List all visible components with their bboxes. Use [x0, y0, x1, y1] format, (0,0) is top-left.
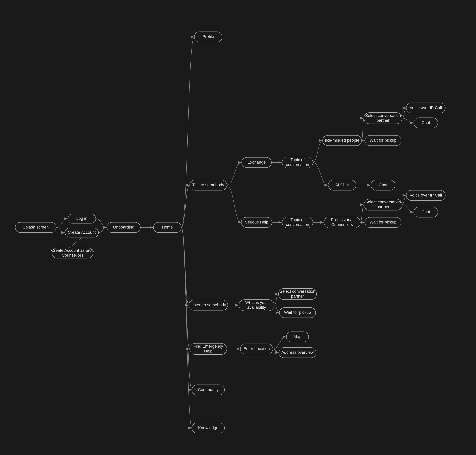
node-label-address_overview: Address overview [281, 350, 314, 355]
node-label-professional_counsellors-0: Professional [331, 217, 353, 222]
node-wait_for_pickup_3[interactable]: Wait for pickup [279, 308, 316, 318]
node-label-ai_chat_result: Chat [379, 183, 387, 187]
node-label-select_conv_partner_2-0: Select conversation [365, 200, 401, 204]
node-talk_to_somebody[interactable]: Talk to somebody [190, 180, 227, 190]
node-label-find_emergency_help-1: Help [204, 349, 212, 353]
edge-exchange_topic-ai_chat [313, 162, 328, 185]
edge-talk_to_somebody-exchange [227, 162, 242, 185]
node-label-voip_2: Voice over IP Call [410, 193, 442, 197]
node-select_conv_partner_1[interactable]: Select conversationpartner [364, 113, 402, 124]
node-label-create_account: Create Account [68, 230, 96, 235]
flow-diagram: Splash screenLog inCreate AccountCreate … [0, 0, 476, 455]
node-enter_location[interactable]: Enter Location [240, 344, 273, 354]
node-chat_2[interactable]: Chat [414, 207, 438, 217]
edge-select_conv_partner_1-voip_1 [402, 108, 406, 118]
node-label-exchange_topic-1: conversation [286, 162, 309, 167]
node-exchange_topic[interactable]: Topic ofconversation [282, 157, 313, 168]
node-label-select_conv_partner_1-1: partner [377, 118, 389, 123]
node-label-select_conv_partner_3-1: partner [291, 294, 304, 299]
node-wait_for_pickup_1[interactable]: Wait for pickup [365, 136, 401, 146]
node-serious_help[interactable]: Serious Help [241, 217, 272, 228]
node-login[interactable]: Log in [68, 214, 96, 223]
node-label-profile: Profile [202, 34, 214, 39]
node-professional_counsellors[interactable]: ProfessionalCounsellors [324, 217, 360, 228]
node-voip_2[interactable]: Voice over IP Call [406, 190, 445, 201]
edge-splash-create_account [56, 228, 65, 233]
node-label-knowledge: Knowledge [198, 425, 218, 430]
node-what_is_availability[interactable]: What is youravailability [239, 300, 274, 311]
node-ai_chat[interactable]: AI Chat [328, 180, 356, 190]
edge-splash-login [56, 219, 68, 228]
node-listen_to_somebody[interactable]: Listen to somebody [189, 300, 228, 310]
node-chat_1[interactable]: Chat [414, 118, 438, 128]
node-label-community: Community [198, 387, 218, 392]
node-label-like_minded: like-minded people [325, 138, 359, 143]
node-onboarding[interactable]: Onboarding [107, 222, 140, 233]
node-label-exchange_topic-0: Topic of [290, 157, 305, 162]
node-label-chat_2: Chat [421, 210, 430, 214]
node-label-wait_for_pickup_1: Wait for pickup [370, 138, 397, 143]
node-label-what_is_availability-1: availability [247, 305, 266, 310]
node-label-professional_counsellors-1: Counsellors [331, 222, 353, 227]
node-label-splash: Splash screen [23, 225, 48, 229]
node-find_emergency_help[interactable]: Find EmergencyHelp [190, 343, 227, 355]
node-ai_chat_result[interactable]: Chat [371, 180, 395, 190]
edge-select_conv_partner_2-voip_2 [402, 195, 406, 205]
node-label-exchange: Exchange [247, 160, 266, 164]
node-exchange[interactable]: Exchange [242, 157, 271, 168]
node-label-serious_topic-1: conversation [286, 222, 309, 227]
node-community[interactable]: Community [192, 385, 225, 395]
edge-what_is_availability-wait_for_pickup_3 [274, 305, 279, 313]
edge-create_account-onboarding [99, 228, 107, 233]
node-label-create_account_prof-0: Create Account as prof. [51, 248, 94, 253]
node-label-find_emergency_help-0: Find Emergency [193, 344, 223, 349]
node-label-serious_help: Serious Help [245, 220, 268, 224]
node-label-onboarding: Onboarding [113, 225, 135, 229]
node-wait_for_pickup_2[interactable]: Wait for pickup [365, 217, 401, 228]
node-label-serious_topic-0: Topic of [290, 217, 305, 222]
node-label-voip_1: Voice over IP Call [410, 105, 442, 110]
node-label-listen_to_somebody: Listen to somebody [190, 303, 226, 307]
edge-home-knowledge [181, 228, 192, 428]
node-label-ai_chat: AI Chat [335, 183, 349, 187]
node-label-select_conv_partner_1-0: Select conversation [365, 113, 401, 118]
node-voip_1[interactable]: Voice over IP Call [406, 103, 445, 113]
node-select_conv_partner_2[interactable]: Select conversationpartner [364, 199, 402, 210]
node-label-map: Map [294, 334, 301, 339]
node-like_minded[interactable]: like-minded people [323, 136, 362, 146]
node-label-home: Home [162, 225, 173, 229]
node-label-select_conv_partner_2-1: partner [377, 204, 389, 209]
node-profile[interactable]: Profile [194, 32, 222, 42]
node-label-talk_to_somebody: Talk to somebody [192, 183, 224, 187]
edge-home-profile [181, 37, 194, 228]
edge-enter_location-address_overview [273, 349, 279, 353]
node-create_account[interactable]: Create Account [65, 228, 99, 237]
node-label-chat_1: Chat [421, 120, 430, 125]
node-label-wait_for_pickup_2: Wait for pickup [370, 220, 397, 224]
node-label-enter_location: Enter Location [243, 346, 270, 351]
node-label-create_account_prof-1: Counsellors [62, 253, 83, 258]
node-address_overview[interactable]: Address overview [279, 348, 316, 358]
node-select_conv_partner_3[interactable]: Select conversationpartner [278, 288, 317, 300]
node-serious_topic[interactable]: Topic ofconversation [282, 217, 313, 228]
edge-select_conv_partner_1-chat_1 [402, 118, 414, 123]
node-label-login: Log in [76, 216, 87, 221]
edge-like_minded-select_conv_partner_1 [362, 118, 364, 140]
edge-exchange_topic-like_minded [313, 140, 323, 162]
edge-what_is_availability-select_conv_partner_3 [274, 294, 278, 305]
node-label-what_is_availability-0: What is your [245, 300, 268, 305]
node-home[interactable]: Home [153, 222, 181, 233]
edge-select_conv_partner_2-chat_2 [402, 205, 414, 212]
node-label-select_conv_partner_3-0: Select conversation [280, 289, 315, 294]
edge-enter_location-map [273, 337, 286, 349]
edge-professional_counsellors-select_conv_partner_2 [360, 205, 364, 222]
node-label-wait_for_pickup_3: Wait for pickup [284, 310, 311, 315]
edge-talk_to_somebody-serious_help [227, 185, 241, 222]
node-create_account_prof[interactable]: Create Account as prof.Counsellors [51, 248, 94, 258]
edge-login-onboarding [96, 219, 107, 228]
node-knowledge[interactable]: Knowledge [192, 423, 225, 433]
node-splash[interactable]: Splash screen [15, 222, 56, 233]
node-map[interactable]: Map [286, 332, 309, 342]
